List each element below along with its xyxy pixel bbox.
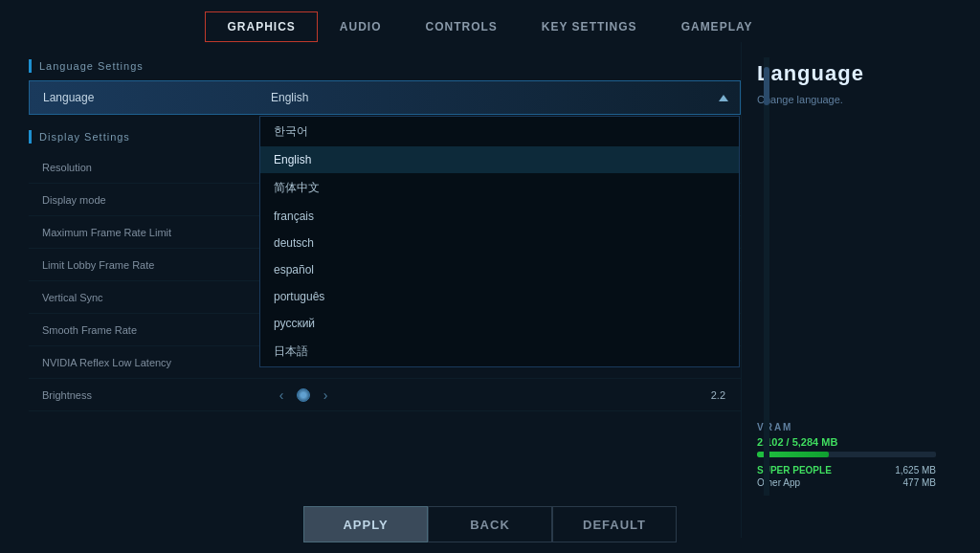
default-button[interactable]: Default [552,506,677,542]
lang-option-pt[interactable]: português [260,283,739,310]
language-row[interactable]: Language English 한국어 English 简体中文 frança… [29,80,741,115]
scrollbar-track[interactable] [764,57,769,496]
vram-usage-text: 2,102 / 5,284 MB [757,436,936,448]
vram-label: VRAM [757,422,936,432]
section-bar-display [29,130,32,144]
language-current-value: English [271,91,308,104]
bottom-bar: Apply Back Default [0,496,980,553]
nav-tabs: GRAPHICS AUDIO CONTROLS KEY SETTINGS GAM… [0,0,980,42]
brightness-dot-icon [297,388,310,402]
brightness-control[interactable]: ‹ › 2.2 [258,387,741,403]
back-button[interactable]: Back [428,506,552,542]
tab-gameplay[interactable]: GAMEPLAY [659,11,775,42]
info-panel-title: Language [757,61,936,86]
apply-button[interactable]: Apply [303,506,428,542]
info-panel-description: Change language. [757,94,936,105]
language-field-label: Language [30,91,259,104]
vram-bar-background [757,452,936,457]
scrollbar-thumb[interactable] [764,67,769,105]
lang-option-ja[interactable]: 日本語 [260,337,739,366]
setting-label-brightness: Brightness [29,389,258,401]
vram-section: VRAM 2,102 / 5,284 MB SUPER PEOPLE 1,625… [757,422,936,490]
setting-label-nvidia-reflex: NVIDIA Reflex Low Latency [29,357,258,368]
vram-super-people-value: 1,625 MB [895,465,936,476]
tab-audio[interactable]: AUDIO [318,11,404,42]
language-section-title: Language Settings [39,60,144,72]
left-panel: Language Settings Language English 한국어 E… [29,42,741,538]
tab-key-settings[interactable]: KEY SETTINGS [520,11,659,42]
setting-label-vsync: Vertical Sync [29,292,258,303]
vram-other-app-value: 477 MB [903,477,936,488]
display-section-title: Display Settings [39,131,130,143]
language-dropdown-menu: 한국어 English 简体中文 français deutsch españo… [259,116,740,367]
setting-label-display-mode: Display mode [29,194,258,206]
brightness-next-btn[interactable]: › [318,387,333,403]
setting-label-resolution: Resolution [29,162,258,173]
tab-graphics[interactable]: GRAPHICS [205,11,317,42]
brightness-prev-btn[interactable]: ‹ [274,387,289,403]
lang-option-en[interactable]: English [260,146,739,173]
right-panel: Language Change language. VRAM 2,102 / 5… [741,42,951,538]
lang-option-de[interactable]: deutsch [260,230,739,256]
setting-label-smooth-frame: Smooth Frame Rate [29,324,258,336]
lang-option-zh[interactable]: 简体中文 [260,173,739,203]
lang-option-es[interactable]: español [260,256,739,283]
language-section-header: Language Settings [29,59,741,73]
language-dropdown-trigger[interactable]: English [259,81,740,114]
setting-row-brightness: Brightness ‹ › 2.2 [29,379,741,411]
setting-label-limit-lobby: Limit Lobby Frame Rate [29,259,258,271]
lang-option-ko[interactable]: 한국어 [260,117,739,146]
vram-row-super-people: SUPER PEOPLE 1,625 MB [757,465,936,476]
lang-option-fr[interactable]: français [260,203,739,230]
tab-controls[interactable]: CONTROLS [403,11,519,42]
brightness-value-text: 2.2 [711,389,725,401]
main-layout: Language Settings Language English 한국어 E… [0,42,980,538]
vram-row-other-app: Other App 477 MB [757,477,936,488]
lang-option-ru[interactable]: русский [260,310,739,337]
setting-label-max-frame-rate: Maximum Frame Rate Limit [29,227,258,238]
section-bar-language [29,59,32,73]
chevron-up-icon [719,95,728,101]
